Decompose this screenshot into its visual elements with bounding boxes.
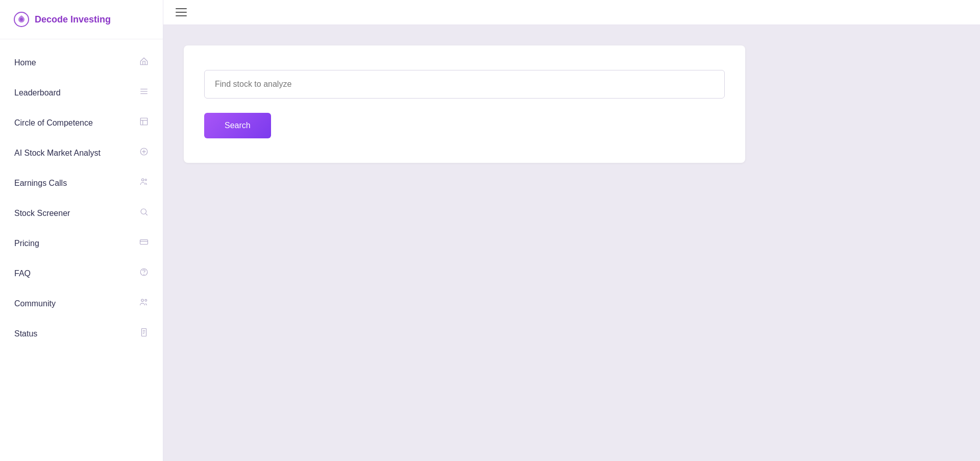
sidebar-item-label-ai-stock-market-analyst: AI Stock Market Analyst xyxy=(14,149,101,158)
brand-name: Decode Investing xyxy=(35,14,111,25)
topbar xyxy=(163,0,980,25)
nav-menu: HomeLeaderboardCircle of CompetenceAI St… xyxy=(0,39,163,461)
sidebar: Decode Investing HomeLeaderboardCircle o… xyxy=(0,0,163,461)
sidebar-item-icon-community xyxy=(139,298,149,309)
sidebar-item-icon-home xyxy=(139,57,149,68)
sidebar-item-pricing[interactable]: Pricing xyxy=(0,228,163,258)
svg-line-14 xyxy=(145,213,147,215)
sidebar-item-icon-earnings-calls xyxy=(139,177,149,189)
sidebar-item-label-leaderboard: Leaderboard xyxy=(14,88,61,98)
svg-point-13 xyxy=(141,209,146,214)
svg-point-20 xyxy=(145,299,147,301)
main-content: Search xyxy=(163,25,980,461)
sidebar-item-faq[interactable]: FAQ xyxy=(0,258,163,288)
sidebar-item-label-earnings-calls: Earnings Calls xyxy=(14,179,67,188)
sidebar-item-icon-leaderboard xyxy=(139,87,149,99)
sidebar-item-icon-pricing xyxy=(139,237,149,249)
sidebar-item-label-community: Community xyxy=(14,299,56,308)
sidebar-item-label-circle-of-competence: Circle of Competence xyxy=(14,118,93,128)
svg-point-11 xyxy=(142,179,144,181)
sidebar-item-icon-faq xyxy=(139,268,149,279)
sidebar-item-leaderboard[interactable]: Leaderboard xyxy=(0,78,163,108)
sidebar-item-icon-status xyxy=(139,328,149,339)
hamburger-button[interactable] xyxy=(176,8,187,16)
main-area: Search xyxy=(163,0,980,461)
svg-rect-21 xyxy=(142,329,146,336)
svg-rect-5 xyxy=(140,118,148,125)
svg-point-19 xyxy=(141,299,144,302)
sidebar-item-home[interactable]: Home xyxy=(0,47,163,78)
sidebar-item-community[interactable]: Community xyxy=(0,288,163,319)
sidebar-item-status[interactable]: Status xyxy=(0,319,163,349)
svg-rect-15 xyxy=(140,240,148,245)
sidebar-item-icon-circle-of-competence xyxy=(139,117,149,129)
sidebar-item-stock-screener[interactable]: Stock Screener xyxy=(0,198,163,228)
sidebar-item-label-pricing: Pricing xyxy=(14,239,39,248)
sidebar-item-icon-ai-stock-market-analyst xyxy=(139,147,149,159)
sidebar-item-label-faq: FAQ xyxy=(14,269,31,278)
sidebar-item-label-status: Status xyxy=(14,329,37,338)
sidebar-item-label-home: Home xyxy=(14,58,36,67)
sidebar-item-icon-stock-screener xyxy=(139,207,149,219)
sidebar-item-earnings-calls[interactable]: Earnings Calls xyxy=(0,168,163,198)
svg-point-18 xyxy=(144,274,144,275)
sidebar-item-circle-of-competence[interactable]: Circle of Competence xyxy=(0,108,163,138)
search-card: Search xyxy=(184,45,745,163)
svg-point-1 xyxy=(20,18,23,21)
logo-icon xyxy=(12,10,31,29)
svg-point-12 xyxy=(145,179,146,181)
sidebar-item-ai-stock-market-analyst[interactable]: AI Stock Market Analyst xyxy=(0,138,163,168)
search-input[interactable] xyxy=(204,70,725,99)
logo-area: Decode Investing xyxy=(0,0,163,39)
sidebar-item-label-stock-screener: Stock Screener xyxy=(14,209,70,218)
search-button[interactable]: Search xyxy=(204,113,271,138)
